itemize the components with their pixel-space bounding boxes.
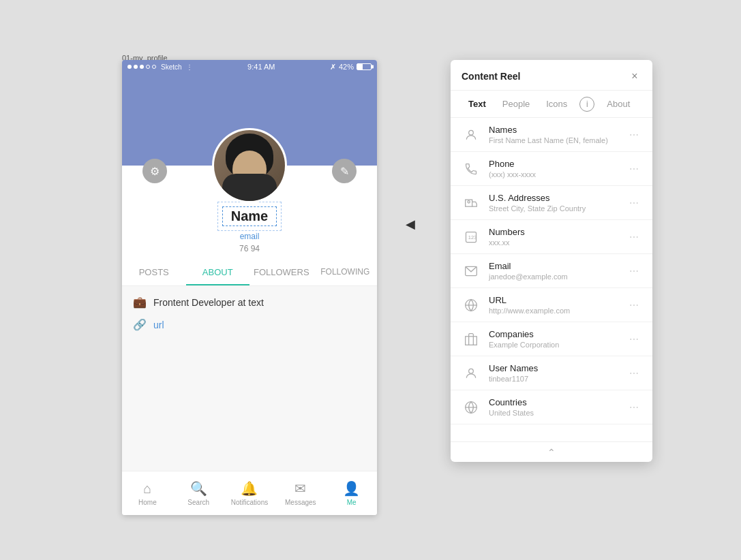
url-title: URL	[489, 295, 618, 305]
dot1	[127, 65, 132, 69]
addresses-more[interactable]: ⋯	[626, 195, 641, 211]
numbers-more[interactable]: ⋯	[626, 229, 641, 245]
phone-text: Phone (xxx) xxx-xxxx	[489, 159, 618, 178]
pencil-icon: ✎	[340, 165, 349, 178]
battery-percent: 42%	[339, 63, 354, 71]
addresses-text: U.S. Addresses Street City, State Zip Co…	[489, 193, 618, 213]
briefcase-icon: 💼	[133, 296, 147, 309]
addresses-subtitle: Street City, State Zip Country	[489, 204, 618, 213]
tab-following[interactable]: FOLLOWING	[314, 260, 378, 285]
settings-button[interactable]: ⚙	[142, 159, 167, 183]
nav-search[interactable]: 🔍 Search	[173, 480, 224, 506]
nav-notifications-label: Notifications	[231, 499, 268, 506]
tab-posts[interactable]: POSTS	[122, 260, 186, 285]
phone-icon	[462, 159, 481, 178]
email-subtitle: janedoe@example.com	[489, 273, 618, 281]
profile-header	[122, 74, 377, 166]
tab-followers[interactable]: FOLLOWERS	[249, 260, 314, 285]
usernames-title: User Names	[489, 363, 618, 373]
close-button[interactable]: ×	[628, 69, 641, 83]
nav-notifications[interactable]: 🔔 Notifications	[224, 480, 275, 506]
countries-title: Countries	[489, 397, 618, 407]
nav-home[interactable]: ⌂ Home	[122, 481, 173, 506]
names-more[interactable]: ⋯	[626, 127, 641, 143]
email-text: Email janedoe@example.com	[489, 261, 618, 281]
tab-about[interactable]: ABOUT	[186, 260, 250, 285]
time: 9:41 AM	[247, 63, 275, 71]
dot2	[134, 65, 138, 69]
list-item-phone[interactable]: Phone (xxx) xxx-xxxx ⋯	[451, 152, 652, 186]
panel-tab-about[interactable]: About	[600, 96, 637, 112]
countries-icon	[462, 398, 481, 417]
numbers-subtitle: xxx.xx	[489, 238, 618, 247]
nav-me-label: Me	[347, 499, 357, 506]
nav-me[interactable]: 👤 Me	[326, 480, 377, 506]
panel-footer: ⌃	[451, 441, 652, 462]
battery-icon	[357, 63, 372, 70]
list-item-addresses[interactable]: U.S. Addresses Street City, State Zip Co…	[451, 186, 652, 220]
usernames-more[interactable]: ⋯	[626, 365, 641, 382]
content-reel-panel: Content Reel × Text People Icons i About…	[451, 60, 652, 462]
panel-tab-people[interactable]: People	[496, 96, 536, 112]
status-bar: Sketch ⋮ 9:41 AM ✗ 42%	[122, 60, 377, 74]
job-row: 💼 Frontent Developer at text	[133, 296, 366, 309]
panel-tab-icons[interactable]: Icons	[539, 96, 574, 112]
phone-subtitle: (xxx) xxx-xxxx	[489, 170, 618, 178]
usernames-subtitle: tinbear1107	[489, 375, 618, 383]
names-title: Names	[489, 125, 618, 135]
addresses-title: U.S. Addresses	[489, 193, 618, 203]
companies-icon	[462, 330, 481, 349]
url-text: URL http://www.example.com	[489, 295, 618, 315]
info-button[interactable]: i	[579, 97, 594, 112]
names-subtitle: First Name Last Name (EN, female)	[489, 136, 618, 144]
profile-tabs: POSTS ABOUT FOLLOWERS FOLLOWING	[122, 260, 377, 286]
panel-tabs: Text People Icons i About	[451, 91, 652, 118]
dot5	[152, 65, 156, 69]
email-title: Email	[489, 261, 618, 271]
companies-more[interactable]: ⋯	[626, 331, 641, 347]
profile-name[interactable]: Name	[222, 206, 277, 226]
list-item-numbers[interactable]: 123 Numbers xxx.xx ⋯	[451, 220, 652, 254]
url-icon	[462, 296, 481, 315]
panel-header: Content Reel ×	[451, 60, 652, 91]
list-item-email[interactable]: Email janedoe@example.com ⋯	[451, 254, 652, 288]
phone-title: Phone	[489, 159, 618, 169]
list-item-companies[interactable]: Companies Example Corporation ⋯	[451, 322, 652, 356]
names-text: Names First Name Last Name (EN, female)	[489, 125, 618, 144]
content-area: 💼 Frontent Developer at text 🔗 url	[122, 286, 377, 491]
url-more[interactable]: ⋯	[626, 297, 641, 313]
phone-more[interactable]: ⋯	[626, 161, 641, 177]
numbers-title: Numbers	[489, 227, 618, 237]
svg-rect-7	[466, 336, 477, 345]
dot4	[146, 65, 150, 69]
list-item-names[interactable]: Names First Name Last Name (EN, female) …	[451, 118, 652, 152]
nav-messages-label: Messages	[285, 499, 316, 506]
email-more[interactable]: ⋯	[626, 263, 641, 279]
chevron-up-icon[interactable]: ⌃	[547, 447, 556, 458]
svg-point-8	[469, 369, 474, 373]
address-icon	[462, 193, 481, 213]
stats-area: 76 94	[122, 244, 377, 260]
app-name: Sketch	[161, 63, 182, 71]
email-icon	[462, 262, 481, 281]
edit-button[interactable]: ✎	[332, 159, 357, 183]
bottom-nav: ⌂ Home 🔍 Search 🔔 Notifications ✉ Messag…	[122, 471, 377, 515]
url-subtitle: http://www.example.com	[489, 307, 618, 315]
url-text[interactable]: url	[153, 320, 164, 330]
list-item-usernames[interactable]: User Names tinbear1107 ⋯	[451, 356, 652, 390]
nav-home-label: Home	[138, 499, 157, 506]
nav-messages[interactable]: ✉ Messages	[275, 480, 326, 506]
gear-icon: ⚙	[150, 165, 160, 178]
names-icon	[462, 125, 481, 144]
avatar	[212, 128, 287, 203]
countries-more[interactable]: ⋯	[626, 399, 641, 416]
wifi-icon: ⋮	[186, 63, 193, 71]
list-item-url[interactable]: URL http://www.example.com ⋯	[451, 288, 652, 322]
panel-tab-text[interactable]: Text	[462, 96, 493, 112]
countries-subtitle: United States	[489, 409, 618, 417]
stats-numbers: 76 94	[239, 244, 260, 253]
numbers-icon: 123	[462, 228, 481, 247]
job-text: Frontent Developer at text	[153, 297, 264, 308]
person-icon: 👤	[343, 480, 360, 497]
list-item-countries[interactable]: Countries United States ⋯	[451, 390, 652, 424]
